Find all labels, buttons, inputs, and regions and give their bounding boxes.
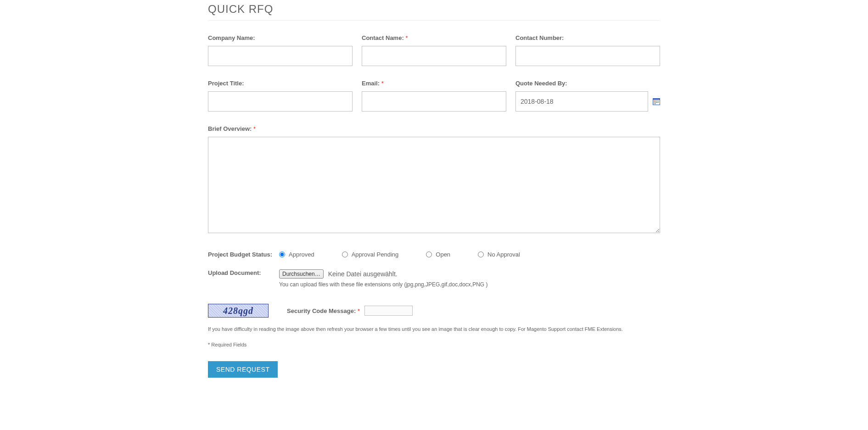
radio-approval-pending-input[interactable]	[342, 251, 348, 257]
email-input[interactable]	[362, 91, 506, 112]
contact-number-label-text: Contact Number:	[515, 34, 564, 41]
radio-approval-pending-label: Approval Pending	[352, 251, 399, 258]
page-title: QUICK RFQ	[208, 0, 660, 21]
quote-needed-field-group: Quote Needed By:	[515, 80, 660, 112]
budget-status-row: Project Budget Status: Approved Approval…	[208, 251, 660, 258]
form-row-2: Project Title: Email: * Quote Needed By:	[208, 80, 660, 112]
svg-rect-2	[654, 101, 655, 101]
contact-name-input[interactable]	[362, 46, 506, 66]
svg-rect-4	[656, 101, 657, 101]
security-code-input[interactable]	[364, 306, 413, 316]
captcha-row: 428qgd Security Code Message: *	[208, 304, 660, 318]
radio-open[interactable]: Open	[426, 251, 450, 258]
upload-document-label: Upload Document:	[208, 269, 279, 276]
budget-status-radio-group: Approved Approval Pending Open No Approv…	[279, 251, 548, 258]
required-mark: *	[405, 34, 408, 41]
upload-hint-text: You can upload files with these file ext…	[279, 281, 487, 288]
calendar-icon[interactable]	[653, 98, 660, 105]
radio-no-approval-input[interactable]	[478, 251, 484, 257]
security-code-label: Security Code Message: *	[287, 307, 360, 314]
required-fields-note: * Required Fields	[208, 342, 660, 347]
brief-overview-label: Brief Overview: *	[208, 125, 660, 132]
svg-rect-7	[655, 102, 656, 103]
upload-line: Durchsuchen… Keine Datei ausgewählt.	[279, 269, 487, 279]
rfq-form-container: QUICK RFQ Company Name: Contact Name: * …	[208, 0, 660, 396]
radio-approved-label: Approved	[289, 251, 314, 258]
brief-overview-label-text: Brief Overview:	[208, 125, 252, 132]
project-title-field-group: Project Title:	[208, 80, 353, 112]
brief-overview-field-group: Brief Overview: *	[208, 125, 660, 235]
company-name-label: Company Name:	[208, 34, 353, 41]
upload-row: Upload Document: Durchsuchen… Keine Date…	[208, 269, 660, 288]
company-name-label-text: Company Name:	[208, 34, 255, 41]
date-input-wrap	[515, 91, 660, 112]
contact-number-field-group: Contact Number:	[515, 34, 660, 66]
form-row-1: Company Name: Contact Name: * Contact Nu…	[208, 34, 660, 66]
radio-approval-pending[interactable]: Approval Pending	[342, 251, 399, 258]
email-label-text: Email:	[362, 80, 380, 87]
radio-approved-input[interactable]	[279, 251, 285, 257]
svg-rect-8	[656, 102, 657, 103]
captcha-image: 428qgd	[208, 304, 269, 318]
radio-no-approval[interactable]: No Approval	[478, 251, 520, 258]
email-field-group: Email: *	[362, 80, 506, 112]
required-mark: *	[381, 80, 384, 87]
contact-number-label: Contact Number:	[515, 34, 660, 41]
radio-open-input[interactable]	[426, 251, 432, 257]
contact-name-label: Contact Name: *	[362, 34, 506, 41]
contact-name-label-text: Contact Name:	[362, 34, 404, 41]
captcha-help-text: If you have difficulty in reading the im…	[208, 326, 660, 333]
required-mark: *	[253, 125, 256, 132]
browse-button[interactable]: Durchsuchen…	[279, 269, 324, 279]
project-title-label-text: Project Title:	[208, 80, 244, 87]
svg-rect-11	[655, 103, 656, 104]
brief-overview-textarea[interactable]	[208, 137, 660, 233]
company-name-field-group: Company Name:	[208, 34, 353, 66]
radio-no-approval-label: No Approval	[487, 251, 520, 258]
quote-needed-input[interactable]	[515, 91, 648, 112]
contact-name-field-group: Contact Name: *	[362, 34, 506, 66]
quote-needed-label: Quote Needed By:	[515, 80, 660, 87]
project-title-label: Project Title:	[208, 80, 353, 87]
quote-needed-label-text: Quote Needed By:	[515, 80, 567, 87]
send-request-button[interactable]: SEND REQUEST	[208, 361, 278, 378]
security-code-label-text: Security Code Message:	[287, 307, 356, 314]
svg-rect-10	[654, 103, 655, 104]
radio-approved[interactable]: Approved	[279, 251, 314, 258]
svg-rect-1	[653, 99, 660, 100]
contact-number-input[interactable]	[515, 46, 660, 66]
svg-rect-3	[655, 101, 656, 101]
svg-rect-6	[654, 102, 655, 103]
email-label: Email: *	[362, 80, 506, 87]
radio-open-label: Open	[436, 251, 450, 258]
company-name-input[interactable]	[208, 46, 353, 66]
budget-status-label: Project Budget Status:	[208, 251, 279, 258]
svg-rect-5	[658, 101, 659, 101]
svg-rect-9	[658, 102, 659, 103]
upload-column: Durchsuchen… Keine Datei ausgewählt. You…	[279, 269, 487, 288]
required-mark: *	[358, 307, 360, 314]
upload-status-text: Keine Datei ausgewählt.	[328, 270, 398, 278]
project-title-input[interactable]	[208, 91, 353, 112]
